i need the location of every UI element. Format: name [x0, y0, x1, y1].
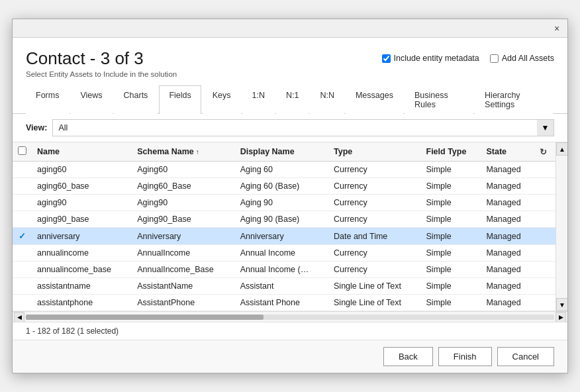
cell-display_name: Aging 60 (Base)	[235, 178, 328, 195]
cell-schema_name: Aging60	[132, 162, 234, 178]
tab-forms[interactable]: Forms	[26, 85, 69, 114]
cell-field_type: Simple	[421, 162, 481, 178]
cell-state: Managed	[481, 278, 534, 295]
cell-schema_name: Aging60_Base	[132, 178, 234, 195]
sort-asc-icon: ↑	[196, 148, 199, 156]
cell-display_name: Annual Income	[235, 245, 328, 262]
select-all-checkbox[interactable]	[18, 146, 26, 155]
table-row[interactable]: annualincomeAnnualIncomeAnnual IncomeCur…	[13, 245, 556, 262]
scroll-right-button[interactable]: ▶	[556, 312, 566, 322]
cell-extra	[534, 211, 556, 228]
cell-state: Managed	[481, 295, 534, 311]
row-checkbox-cell[interactable]	[13, 262, 32, 278]
tabs-bar: FormsViewsChartsFieldsKeys1:NN:1N:NMessa…	[13, 85, 567, 114]
dialog-titlebar: ×	[13, 19, 567, 38]
status-bar: 1 - 182 of 182 (1 selected)	[13, 322, 567, 340]
cell-name: aging90_base	[32, 211, 132, 228]
tab-n1[interactable]: N:1	[276, 85, 309, 114]
row-checkbox-cell[interactable]	[13, 211, 32, 228]
tab-views[interactable]: Views	[70, 85, 112, 114]
table-row[interactable]: assistantphoneAssistantPhoneAssistant Ph…	[13, 295, 556, 311]
cell-state: Managed	[481, 211, 534, 228]
cell-schema_name: AnnualIncome	[132, 245, 234, 262]
row-checkbox-cell[interactable]	[13, 162, 32, 178]
cell-extra	[534, 245, 556, 262]
scrollbar-track	[26, 315, 554, 320]
horizontal-scrollbar[interactable]: ◀ ▶	[13, 311, 567, 322]
cell-type: Currency	[328, 245, 421, 262]
view-bar: View: All ▼	[13, 114, 567, 142]
cell-name: anniversary	[32, 228, 132, 245]
cell-display_name: Assistant Phone	[235, 295, 328, 311]
tab-fields[interactable]: Fields	[159, 85, 201, 114]
refresh-header[interactable]: ↻	[534, 142, 556, 162]
cell-schema_name: Anniversary	[132, 228, 234, 245]
col-field_type[interactable]: Field Type	[421, 142, 481, 162]
main-dialog: × Contact - 3 of 3 Select Entity Assets …	[12, 19, 568, 373]
cell-name: assistantphone	[32, 295, 132, 311]
cancel-button[interactable]: Cancel	[497, 347, 554, 366]
table-row[interactable]: aging90_baseAging90_BaseAging 90 (Base)C…	[13, 211, 556, 228]
add-all-assets-label[interactable]: Add All Assets	[490, 54, 554, 63]
cell-field_type: Simple	[421, 211, 481, 228]
close-button[interactable]: ×	[550, 22, 563, 35]
scroll-up-button[interactable]: ▲	[556, 142, 567, 156]
table-row[interactable]: assistantnameAssistantNameAssistantSingl…	[13, 278, 556, 295]
col-type[interactable]: Type	[328, 142, 421, 162]
cell-field_type: Simple	[421, 295, 481, 311]
table-scroll-area[interactable]: NameSchema Name↑Display NameTypeField Ty…	[13, 142, 556, 311]
tab-nn[interactable]: N:N	[310, 85, 344, 114]
row-checkbox-cell[interactable]	[13, 178, 32, 195]
cell-field_type: Simple	[421, 278, 481, 295]
cell-type: Single Line of Text	[328, 295, 421, 311]
cell-state: Managed	[481, 262, 534, 278]
cell-extra	[534, 228, 556, 245]
tab-1n[interactable]: 1:N	[242, 85, 275, 114]
row-checkbox-cell[interactable]: ✓	[13, 228, 32, 245]
table-row[interactable]: aging90Aging90Aging 90CurrencySimpleMana…	[13, 195, 556, 211]
tab-businessrules[interactable]: Business Rules	[405, 85, 473, 114]
table-container: NameSchema Name↑Display NameTypeField Ty…	[13, 142, 567, 322]
include-metadata-label[interactable]: Include entity metadata	[382, 54, 479, 63]
col-display_name[interactable]: Display Name	[235, 142, 328, 162]
finish-button[interactable]: Finish	[438, 347, 492, 366]
table-row[interactable]: annualincome_baseAnnualIncome_BaseAnnual…	[13, 262, 556, 278]
include-metadata-text: Include entity metadata	[394, 54, 479, 63]
row-checkbox-cell[interactable]	[13, 195, 32, 211]
cell-state: Managed	[481, 178, 534, 195]
row-checkbox-cell[interactable]	[13, 245, 32, 262]
tab-charts[interactable]: Charts	[114, 85, 158, 114]
cell-type: Currency	[328, 178, 421, 195]
cell-state: Managed	[481, 228, 534, 245]
col-check[interactable]	[13, 142, 32, 162]
row-checkbox-cell[interactable]	[13, 278, 32, 295]
refresh-icon[interactable]: ↻	[540, 147, 547, 157]
cell-name: aging60_base	[32, 178, 132, 195]
cell-state: Managed	[481, 195, 534, 211]
add-all-assets-checkbox[interactable]	[490, 54, 499, 63]
table-row[interactable]: ✓anniversaryAnniversaryAnniversaryDate a…	[13, 228, 556, 245]
data-table: NameSchema Name↑Display NameTypeField Ty…	[13, 142, 556, 311]
row-checkbox-cell[interactable]	[13, 295, 32, 311]
col-name[interactable]: Name	[32, 142, 132, 162]
tab-messages[interactable]: Messages	[346, 85, 403, 114]
dialog-footer: Back Finish Cancel	[13, 340, 567, 373]
table-row[interactable]: aging60_baseAging60_BaseAging 60 (Base)C…	[13, 178, 556, 195]
view-select[interactable]: All	[52, 119, 554, 136]
title-block: Contact - 3 of 3 Select Entity Assets to…	[26, 48, 177, 78]
cell-schema_name: Aging90	[132, 195, 234, 211]
cell-type: Currency	[328, 195, 421, 211]
back-button[interactable]: Back	[383, 347, 433, 366]
scroll-left-button[interactable]: ◀	[14, 312, 24, 322]
cell-schema_name: AssistantPhone	[132, 295, 234, 311]
tab-keys[interactable]: Keys	[203, 85, 241, 114]
include-metadata-checkbox[interactable]	[382, 54, 391, 63]
table-row[interactable]: aging60Aging60Aging 60CurrencySimpleMana…	[13, 162, 556, 178]
col-schema_name[interactable]: Schema Name↑	[132, 142, 234, 162]
tab-hierarchysettings[interactable]: Hierarchy Settings	[475, 85, 553, 114]
cell-name: aging90	[32, 195, 132, 211]
cell-display_name: Aging 60	[235, 162, 328, 178]
scroll-down-button[interactable]: ▼	[556, 298, 567, 311]
scrollbar-thumb[interactable]	[26, 315, 264, 320]
col-state[interactable]: State	[481, 142, 534, 162]
